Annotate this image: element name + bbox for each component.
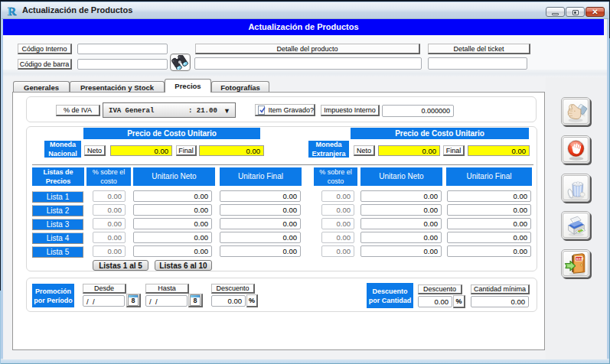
svg-text:EXIT: EXIT <box>576 256 584 260</box>
